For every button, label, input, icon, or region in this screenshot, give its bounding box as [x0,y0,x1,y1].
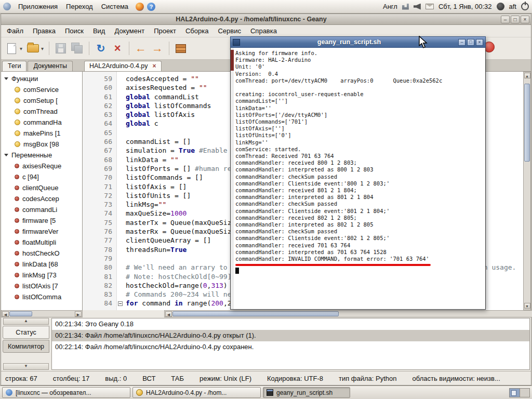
tab-close-icon[interactable]: × [153,63,156,69]
power-icon[interactable] [521,3,529,10]
scroll-thumb[interactable] [9,311,32,316]
status-message-row[interactable]: 00:21:34: Это Geany 0.18 [52,318,529,330]
symbol-item[interactable]: makePins [1 [1,128,82,139]
menubar-item[interactable]: Файл [2,25,28,37]
workspace-1[interactable] [510,389,520,397]
scroll-thumb[interactable] [172,311,339,316]
workspace-switcher[interactable] [509,388,530,397]
status-message-list[interactable]: 00:21:34: Это Geany 0.1800:21:34: Файл /… [51,318,530,370]
minimize-button[interactable]: – [501,16,510,23]
taskbar-button[interactable]: [linuxcnc — обозревател... [2,387,130,398]
clock[interactable]: Сбт, 1 Янв, 00:32 [438,3,492,10]
keyboard-layout-indicator[interactable]: Англ [383,3,397,10]
open-file-button[interactable] [26,41,39,56]
symbol-item[interactable]: msgBox [98 [1,139,82,150]
document-tab[interactable]: HAL2Arduino-0.4.py × [84,61,162,71]
menubar-item[interactable]: Сборка [181,25,214,37]
symbol-item[interactable]: hostCheckO [1,248,82,259]
network-icon[interactable] [402,4,409,10]
expander-icon[interactable] [4,77,8,80]
new-file-dropdown[interactable]: ▾ [20,46,22,51]
line-number: 76 [83,227,112,236]
terminal-output[interactable]: Asking for firmware info.Firmware: HAL-2… [230,48,486,310]
menubar-item[interactable]: Проект [149,25,181,37]
user-name[interactable]: aft [509,3,516,10]
browser-launcher-icon[interactable] [136,3,144,11]
sidebar-tab[interactable]: Документы [28,61,72,71]
symbol-item[interactable]: commandHa [1,117,82,128]
scroll-thumb[interactable] [231,50,234,71]
save-all-button[interactable] [71,41,84,56]
revert-button[interactable]: ↻ [95,41,107,56]
expander-icon[interactable] [4,154,8,156]
symbol-section[interactable]: Функции [1,73,82,84]
maximize-button[interactable]: □ [467,39,474,46]
message-tab-compiler[interactable]: Компилятор [3,340,49,353]
menubar-item[interactable]: Вид [88,25,110,37]
session-icon[interactable] [497,3,504,10]
symbol-item[interactable]: firmwareVer [1,226,82,237]
symbol-section[interactable]: Переменные [1,150,82,161]
fold-collapse-icon[interactable] [118,301,123,306]
scroll-left-icon[interactable]: ◀ [165,311,172,317]
scroll-up-icon[interactable]: ▲ [524,73,530,78]
menubar-item[interactable]: Поиск [60,25,88,37]
menubar-item[interactable]: Справка [246,25,282,37]
panel-menu[interactable]: Переход [62,1,97,12]
status-message-row[interactable]: 00:21:34: Файл /home/aft/linuxcnc/HAL2Ar… [52,330,529,341]
workspace-2[interactable] [520,389,529,397]
scroll-left-icon[interactable]: ◀ [2,311,9,317]
editor-vscrollbar[interactable]: ▲ ▼ [523,72,531,310]
symbol-item[interactable]: linkData [68 [1,259,82,270]
forward-button[interactable]: → [151,41,164,56]
scroll-thumb[interactable] [524,84,530,162]
sidebar-tab[interactable]: Теги [2,61,26,71]
compile-button[interactable] [175,41,187,56]
menubar-item[interactable]: Правка [28,25,60,37]
symbol-item[interactable]: firmware [5 [1,215,82,226]
symbol-item[interactable]: floatMultipli [1,237,82,248]
new-file-button[interactable] [5,41,18,56]
terminal-scrollbar[interactable] [231,48,234,309]
symbol-item[interactable]: c [94] [1,171,82,182]
geany-titlebar[interactable]: HAL2Arduino-0.4.py - /home/aft/linuxcnc … [1,14,531,25]
panel-menu[interactable]: Приложения [14,1,62,12]
window-menu-icon[interactable] [233,39,240,46]
maximize-button[interactable]: □ [511,16,520,23]
tabs-scroll-down-icon[interactable]: ▼ [3,363,49,370]
menubar-item[interactable]: Сервис [213,25,246,37]
symbol-item[interactable]: comService [1,84,82,95]
taskbar-button[interactable]: geany_run_script.sh [263,387,350,398]
symbol-item[interactable]: codesAccep [1,193,82,204]
symbol-item[interactable]: commandLi [1,204,82,215]
message-tab-status[interactable]: Статус [3,326,49,339]
taskbar-button[interactable]: HAL2Arduino-0.4.py - /hom... [132,387,261,398]
back-button[interactable]: ← [135,41,147,56]
close-button[interactable]: × [521,16,529,23]
close-document-button[interactable]: × [111,41,124,56]
sidebar-hscrollbar[interactable]: ◀ ▶ [1,310,83,317]
symbol-item[interactable]: axisesReque [1,161,82,171]
scroll-right-icon[interactable]: ▶ [75,311,82,317]
tabs-scroll-up-icon[interactable]: ▲ [3,318,49,325]
volume-icon[interactable] [414,4,421,10]
symbol-item[interactable]: clientQueue [1,182,82,193]
minimize-button[interactable]: – [458,39,466,46]
symbol-item[interactable]: comThread [1,106,82,117]
symbol-item[interactable]: linkMsg [73 [1,270,82,281]
save-button[interactable] [55,41,67,56]
menubar-item[interactable]: Документ [110,25,149,37]
symbol-item[interactable]: listOfComma [1,291,82,302]
editor-hscrollbar[interactable]: ◀ ▶ [164,310,532,317]
symbol-tree[interactable]: ФункцииcomServicecomSetup [comThreadcomm… [1,72,83,310]
open-file-dropdown[interactable]: ▾ [41,46,44,51]
status-message-row[interactable]: 00:22:14: Файл /home/aft/linuxcnc/HAL2Ar… [52,341,529,353]
mail-icon[interactable] [425,4,434,9]
help-launcher-icon[interactable]: ? [147,3,155,11]
scroll-down-icon[interactable]: ▼ [524,303,530,309]
close-button[interactable]: × [476,39,483,46]
symbol-item[interactable]: listOfAxis [7 [1,281,82,291]
symbol-item[interactable]: comSetup [ [1,95,82,106]
panel-menu[interactable]: Система [97,1,132,12]
terminal-titlebar[interactable]: geany_run_script.sh – □ × [230,36,486,48]
